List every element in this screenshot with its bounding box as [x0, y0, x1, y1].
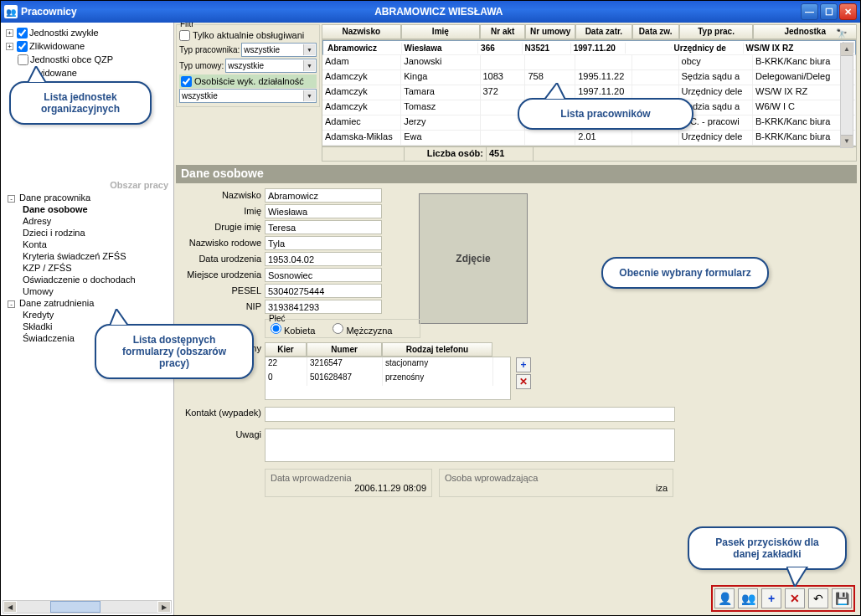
maximize-button[interactable]: ☐	[820, 3, 838, 20]
table-row[interactable]: AdamczykKinga10837581995.11.22Sędzia sąd…	[322, 70, 856, 85]
field-pesel[interactable]: 53040275444	[265, 284, 382, 298]
tree-item[interactable]: + Jednostki zwykłe	[3, 26, 172, 39]
nav-group[interactable]: - Dane zatrudnienia	[8, 297, 172, 309]
table-cell: 2.01	[575, 131, 632, 145]
tree-checkbox[interactable]	[17, 28, 28, 38]
main-panel: Filtr Tylko aktualnie obsługiwani Typ pr…	[174, 23, 860, 615]
field-drugie-imie[interactable]: Teresa	[265, 220, 382, 234]
table-cell: Urzędnicy dele	[679, 131, 754, 145]
undo-button[interactable]: ↶	[808, 588, 828, 608]
table-cell: 1995.11.22	[575, 70, 632, 85]
filter-personal[interactable]: Osobiście wyk. działalność	[179, 74, 317, 88]
filter-personal-select[interactable]: wszystkie	[179, 89, 317, 103]
person-button[interactable]: 👤	[714, 588, 735, 608]
collapse-icon[interactable]: -	[8, 195, 15, 203]
field-rodowe[interactable]: Tyla	[265, 236, 382, 250]
emp-col-header[interactable]: Typ prac.	[679, 24, 754, 39]
emp-col-header[interactable]: Nr umowy	[525, 24, 575, 39]
field-pob[interactable]: Sosnowiec	[265, 268, 382, 282]
emp-col-header[interactable]: Imię	[401, 24, 481, 39]
table-cell	[632, 70, 679, 85]
left-scrollbar[interactable]: ◀ ▶	[3, 600, 172, 613]
field-imie[interactable]: Wiesława	[265, 204, 382, 218]
filter-personal-label: Osobiście wyk. działalność	[194, 76, 304, 86]
nav-item-oswiadczenie[interactable]: Oświadczenie o dochodach	[23, 274, 172, 285]
scroll-left-icon[interactable]: ◀	[3, 601, 17, 613]
gender-male-radio[interactable]	[333, 323, 343, 334]
table-scrollbar[interactable]	[840, 43, 853, 148]
delete-button[interactable]: ✕	[785, 588, 805, 608]
save-button[interactable]: 💾	[832, 588, 852, 608]
nav-item-kzp[interactable]: KZP / ZFŚS	[23, 262, 172, 274]
scroll-thumb[interactable]	[50, 601, 101, 613]
phones-row[interactable]: 0501628487przenośny	[266, 372, 510, 386]
field-uwagi[interactable]	[265, 429, 675, 462]
scroll-right-icon[interactable]: ▶	[157, 601, 171, 613]
expand-icon[interactable]: +	[6, 29, 13, 37]
phones-col-header[interactable]: Rodzaj telefonu	[382, 342, 492, 357]
table-cell: Adamczyk	[322, 85, 401, 100]
gender-female-radio[interactable]	[271, 323, 281, 334]
nav-item-dane-osobowe[interactable]: Dane osobowe	[23, 203, 172, 215]
table-row[interactable]: AdamJanowskiobcyB-KRK/Kanc biura	[322, 55, 856, 70]
gender-female[interactable]: Kobieta	[271, 326, 315, 336]
field-dob[interactable]: 1953.04.02	[265, 252, 382, 266]
photo-placeholder[interactable]: Zdjęcie	[419, 193, 528, 324]
field-contact[interactable]	[265, 407, 675, 422]
emp-col-header[interactable]: Nazwisko	[322, 24, 401, 39]
filter-personal-checkbox[interactable]	[181, 76, 192, 87]
tree-item[interactable]: Jednostki obce QZP	[3, 53, 172, 66]
add-button[interactable]: +	[761, 588, 781, 608]
phones-col-header[interactable]: Numer	[307, 342, 382, 357]
tree-checkbox[interactable]	[18, 54, 28, 65]
phones-table[interactable]: KierNumerRodzaj telefonu 223216547stacjo…	[265, 342, 511, 400]
people-button[interactable]: 👥	[738, 588, 758, 608]
phones-cell: stacjonarny	[383, 357, 493, 372]
delete-phone-button[interactable]: ✕	[516, 374, 531, 389]
callout-units: Lista jednostek organizacyjnych	[9, 81, 152, 125]
field-nazwisko[interactable]: Abramowicz	[265, 188, 382, 203]
app-icon: 👥	[4, 5, 18, 18]
filter-contract-select[interactable]: wszystkie	[225, 59, 317, 73]
tree-checkbox[interactable]	[17, 41, 28, 52]
expand-icon[interactable]: +	[6, 43, 13, 50]
add-phone-button[interactable]: +	[516, 357, 531, 372]
table-row[interactable]: Adamska-MiklasEwa2.01Urzędnicy deleB-KRK…	[322, 131, 856, 146]
table-cell: Tamara	[401, 85, 480, 100]
table-row[interactable]: AbramowiczWiesława366N35211997.11.20Urzę…	[322, 40, 856, 55]
phones-col-header[interactable]: Kier	[265, 342, 307, 357]
table-cell: Sędzia sądu a	[679, 70, 754, 85]
table-cell	[481, 131, 526, 145]
unit-tree[interactable]: + Jednostki zwykłe + Zlikwidowane Jednos…	[1, 23, 173, 83]
form-nav-tree[interactable]: - Dane pracownika Dane osobowe Adresy Dz…	[1, 190, 173, 346]
phones-row[interactable]: 223216547stacjonarny	[266, 357, 510, 372]
filter-only-current-checkbox[interactable]	[179, 30, 190, 41]
nav-item-konta[interactable]: Konta	[23, 239, 172, 250]
filter-type-select[interactable]: wszystkie	[241, 43, 317, 57]
emp-col-header[interactable]: Nr akt	[480, 24, 525, 39]
phones-cell: 22	[266, 357, 307, 372]
minimize-button[interactable]: —	[801, 3, 818, 20]
table-cell	[575, 55, 632, 69]
nav-item-adresy[interactable]: Adresy	[23, 215, 172, 227]
field-nip[interactable]: 3193841293	[265, 300, 382, 314]
gender-male[interactable]: Mężczyzna	[333, 326, 392, 336]
nav-item-dzieci[interactable]: Dzieci i rodzina	[23, 227, 172, 239]
table-cell: 366	[478, 43, 523, 54]
table-cell	[626, 47, 671, 49]
collapse-icon[interactable]: -	[8, 300, 15, 308]
nav-item-umowy[interactable]: Umowy	[23, 285, 172, 297]
table-cell: Ewa	[401, 131, 480, 145]
emp-col-header[interactable]: Data zatr.	[575, 24, 632, 39]
emp-col-header[interactable]: Data zw.	[632, 24, 679, 39]
nav-group[interactable]: - Dane pracownika	[8, 192, 172, 203]
employee-table[interactable]: NazwiskoImięNr aktNr umowyData zatr.Data…	[322, 24, 857, 162]
filter-only-current[interactable]: Tylko aktualnie obsługiwani	[179, 28, 317, 42]
binoculars-icon[interactable]: 🔭	[833, 28, 850, 39]
tree-item[interactable]: + Zlikwidowane	[3, 39, 172, 53]
table-cell: Kinga	[401, 70, 480, 85]
nav-item-kredyty[interactable]: Kredyty	[23, 309, 172, 321]
filter-only-current-label: Tylko aktualnie obsługiwani	[193, 30, 304, 40]
nav-item-kryteria[interactable]: Kryteria świadczeń ZFŚS	[23, 250, 172, 262]
close-button[interactable]: ✕	[839, 3, 857, 20]
